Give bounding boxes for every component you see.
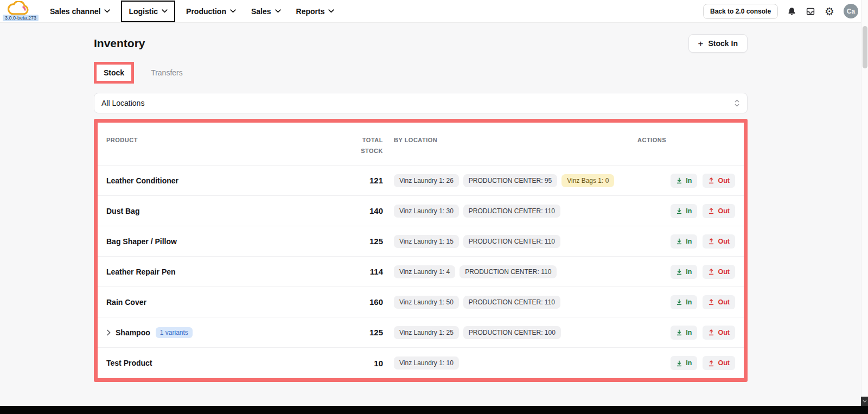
stock-in-row-button[interactable]: In	[671, 265, 697, 279]
nav-item-label: Sales channel	[50, 7, 100, 16]
table-row: Shampoo 1 variants 125 Vinz Laundry 1: 2…	[98, 317, 744, 348]
location-filter-value: All Locations	[101, 99, 144, 107]
stock-out-row-button[interactable]: Out	[703, 356, 735, 370]
stock-in-action-label: In	[686, 298, 692, 306]
stock-out-row-button[interactable]: Out	[703, 326, 735, 340]
table-row: Test Product 10 Vinz Laundry 1: 10 In Ou…	[98, 348, 744, 378]
location-pills: Vinz Laundry 1: 15PRODUCTION CENTER: 110	[394, 235, 621, 248]
stock-out-row-button[interactable]: Out	[703, 295, 735, 309]
upload-icon	[708, 207, 714, 214]
stock-out-action-label: Out	[718, 359, 730, 367]
stock-out-action-label: Out	[718, 329, 730, 336]
stock-in-action-label: In	[686, 329, 692, 336]
table-row: Dust Bag 140 Vinz Laundry 1: 30PRODUCTIO…	[98, 196, 744, 226]
download-icon	[676, 207, 682, 214]
annotation-highlight-stock-tab: Stock	[94, 62, 134, 84]
stock-out-action-label: Out	[718, 177, 730, 184]
stock-out-row-button[interactable]: Out	[703, 174, 735, 188]
product-name: Shampoo	[116, 328, 150, 337]
chevron-down-icon	[104, 9, 110, 13]
nav-item-production[interactable]: Production	[178, 0, 244, 23]
stock-in-row-button[interactable]: In	[671, 356, 697, 370]
notifications-bell-icon[interactable]	[787, 7, 796, 16]
header-total-stock: TOTAL STOCK	[356, 135, 394, 156]
nav-item-label: Production	[186, 7, 226, 16]
scrollbar-down-button[interactable]	[861, 397, 868, 406]
user-avatar[interactable]: Ca	[844, 4, 858, 18]
stock-out-row-button[interactable]: Out	[703, 204, 735, 218]
stock-in-row-button[interactable]: In	[671, 204, 697, 218]
header-by-location: BY LOCATION	[394, 135, 621, 145]
location-pills: Vinz Laundry 1: 10	[394, 356, 621, 370]
stock-out-action-label: Out	[718, 238, 730, 245]
nav-item-logistic[interactable]: Logistic	[121, 1, 175, 22]
nav-item-reports[interactable]: Reports	[289, 0, 342, 23]
location-stock-pill: Vinz Laundry 1: 50	[394, 296, 459, 309]
product-name: Test Product	[106, 359, 152, 367]
product-name: Dust Bag	[106, 207, 139, 215]
total-stock-value: 121	[356, 176, 394, 185]
back-to-console-button[interactable]: Back to 2.0 console	[703, 4, 778, 19]
stock-in-row-button[interactable]: In	[671, 326, 697, 340]
stock-in-row-button[interactable]: In	[671, 234, 697, 249]
stock-in-action-label: In	[686, 238, 692, 245]
download-icon	[676, 238, 682, 245]
location-filter-select[interactable]: All Locations	[94, 93, 748, 113]
table-rows: Leather Conditioner 121 Vinz Laundry 1: …	[98, 165, 744, 378]
tabs: Stock Transfers	[94, 61, 748, 85]
location-pills: Vinz Laundry 1: 25PRODUCTION CENTER: 100	[394, 326, 621, 339]
total-stock-value: 114	[356, 267, 394, 276]
row-actions: In Out	[621, 295, 735, 309]
nav-item-label: Logistic	[129, 7, 158, 16]
location-stock-pill: PRODUCTION CENTER: 110	[459, 265, 557, 278]
stock-out-action-label: Out	[718, 298, 730, 306]
stock-in-row-button[interactable]: In	[671, 174, 697, 188]
location-stock-pill: PRODUCTION CENTER: 110	[463, 296, 560, 309]
expand-chevron-icon[interactable]	[106, 329, 111, 336]
total-stock-value: 160	[356, 297, 394, 307]
location-pills: Vinz Laundry 1: 50PRODUCTION CENTER: 110	[394, 296, 621, 309]
download-icon	[676, 268, 682, 275]
cloud-logo-icon	[7, 1, 31, 16]
stock-out-row-button[interactable]: Out	[703, 234, 735, 249]
location-pills: Vinz Laundry 1: 26PRODUCTION CENTER: 95V…	[394, 174, 621, 187]
location-stock-pill: Vinz Laundry 1: 26	[394, 174, 459, 187]
row-actions: In Out	[621, 174, 735, 188]
stock-in-action-label: In	[686, 177, 692, 184]
product-cell: Shampoo 1 variants	[106, 327, 356, 338]
plus-icon: +	[698, 39, 704, 48]
product-cell: Leather Repair Pen	[106, 267, 356, 276]
product-cell: Dust Bag	[106, 207, 356, 215]
total-stock-value: 10	[356, 359, 394, 368]
location-stock-pill: Vinz Laundry 1: 30	[394, 205, 459, 218]
product-cell: Leather Conditioner	[106, 176, 356, 185]
product-name: Bag Shaper / Pillow	[106, 237, 177, 246]
stock-out-action-label: Out	[718, 207, 730, 215]
table-row: Bag Shaper / Pillow 125 Vinz Laundry 1: …	[98, 226, 744, 257]
product-name: Leather Conditioner	[106, 176, 178, 185]
tab-stock[interactable]: Stock	[97, 65, 131, 81]
page-scrollbar[interactable]	[861, 0, 868, 406]
nav-item-sales-channel[interactable]: Sales channel	[42, 0, 118, 23]
stock-out-row-button[interactable]: Out	[703, 265, 735, 279]
header-actions: ACTIONS	[621, 135, 735, 145]
product-name: Rain Cover	[106, 298, 146, 307]
location-stock-pill: PRODUCTION CENTER: 110	[463, 235, 560, 248]
settings-gear-icon[interactable]: ⚙	[825, 6, 834, 17]
stock-in-button-label: Stock In	[709, 39, 738, 48]
table-row: Leather Conditioner 121 Vinz Laundry 1: …	[98, 165, 744, 196]
inbox-tray-icon[interactable]	[806, 7, 815, 16]
upload-icon	[708, 329, 714, 336]
scrollbar-thumb[interactable]	[863, 26, 867, 68]
main-content: Inventory + Stock In Stock Transfers All…	[94, 23, 748, 382]
row-actions: In Out	[621, 356, 735, 370]
nav-item-label: Reports	[296, 7, 325, 16]
topbar-right: Back to 2.0 console ⚙ Ca	[703, 4, 868, 19]
app-logo[interactable]: 3.0.0-beta.273	[0, 0, 42, 23]
tab-transfers[interactable]: Transfers	[144, 65, 190, 81]
stock-in-row-button[interactable]: In	[671, 295, 697, 309]
stock-in-action-label: In	[686, 268, 692, 276]
stock-in-button[interactable]: + Stock In	[688, 34, 748, 53]
nav-item-sales[interactable]: Sales	[244, 0, 289, 23]
variants-badge[interactable]: 1 variants	[156, 327, 193, 338]
